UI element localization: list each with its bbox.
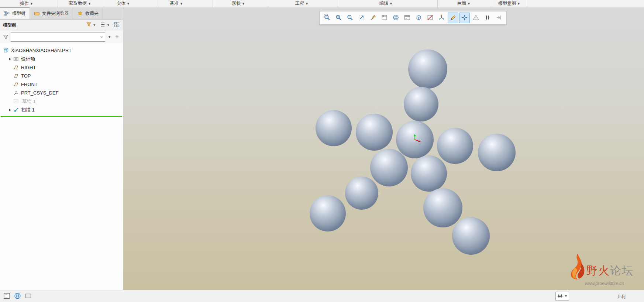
model-sphere[interactable]: [404, 87, 438, 121]
tree-node[interactable]: 草绘 1: [0, 97, 123, 106]
model-sphere[interactable]: [310, 195, 346, 231]
model-sphere[interactable]: [370, 149, 408, 186]
ribbon-menu-label: 编辑: [379, 0, 388, 7]
clear-search-icon[interactable]: ×: [98, 34, 105, 40]
chevron-down-icon: ▼: [107, 23, 110, 27]
tree-node-label: TOP: [21, 73, 31, 79]
search-options-dropdown[interactable]: ▼: [107, 35, 112, 39]
tree-node-label: XIAOSHANXIAOSHAN.PRT: [11, 48, 72, 53]
tab-model-tree[interactable]: 模型树: [0, 7, 30, 19]
zoom-out-icon: [347, 14, 354, 22]
model-sphere[interactable]: [408, 49, 447, 89]
saved-orientations-button[interactable]: [390, 13, 401, 23]
saved-orientations-icon: [392, 14, 399, 22]
add-filter-button[interactable]: +: [114, 34, 120, 40]
view-manager-icon: [404, 14, 411, 22]
model-tree-toggle-button[interactable]: [3, 292, 11, 300]
display-style-icon: [415, 14, 422, 22]
graphics-area[interactable]: 野火论坛 www.proewildfire.cn: [123, 7, 644, 290]
tree-node[interactable]: TOP: [0, 72, 123, 80]
datum-display-filters-button[interactable]: [436, 13, 447, 23]
zoom-region-button[interactable]: [322, 13, 333, 23]
watermark-title-b: 论坛: [610, 264, 634, 277]
sketch-display-icon: [450, 14, 457, 22]
resume-icon: [495, 14, 502, 22]
datum-plane-icon: [13, 64, 19, 71]
find-tool[interactable]: ▼: [555, 292, 569, 301]
tab-folder-browser[interactable]: 文件夹浏览器: [30, 7, 73, 19]
zoom-in-icon: [335, 14, 342, 22]
selection-filter[interactable]: 几何: [617, 294, 626, 300]
ribbon-menu-4[interactable]: 基准▼: [170, 0, 183, 7]
tree-node-label: FRONT: [21, 82, 38, 87]
section-view-button[interactable]: [425, 13, 435, 23]
ribbon-menu-2[interactable]: 获取数据▼: [69, 0, 91, 7]
tree-search-input[interactable]: [11, 33, 98, 41]
pause-icon: [484, 14, 491, 22]
model-sphere[interactable]: [423, 188, 462, 227]
watermark-title: 野火论坛: [586, 263, 634, 278]
tree-settings-button[interactable]: [114, 21, 120, 29]
ribbon-menu-3[interactable]: 实体▼: [117, 0, 130, 7]
section-view-icon: [427, 14, 434, 22]
tree-node[interactable]: 设计项: [0, 55, 123, 63]
model-sphere[interactable]: [437, 128, 473, 164]
feature-insert-indicator[interactable]: [1, 116, 122, 117]
model-sphere[interactable]: [396, 121, 434, 158]
expand-arrow-icon[interactable]: [7, 58, 13, 61]
ribbon-menu-label: 形状: [232, 0, 241, 7]
chevron-down-icon: ▼: [93, 23, 96, 27]
web-browser-button[interactable]: [14, 292, 21, 300]
named-view-button[interactable]: [379, 13, 390, 23]
display-style-button[interactable]: [413, 13, 424, 23]
ribbon-separator: [528, 0, 528, 7]
ribbon-separator: [267, 0, 267, 7]
model-sphere[interactable]: [478, 134, 516, 171]
annotation-display-button[interactable]: [471, 13, 481, 23]
ribbon-menu-5[interactable]: 形状▼: [232, 0, 245, 7]
tree-node[interactable]: RIGHT: [0, 63, 123, 72]
tree-node[interactable]: PRT_CSYS_DEF: [0, 89, 123, 97]
ribbon-menu-8[interactable]: 曲面▼: [457, 0, 471, 7]
model-sphere[interactable]: [411, 155, 447, 192]
watermark-url: www.proewildfire.cn: [585, 281, 624, 286]
window-toggle-button[interactable]: [24, 292, 32, 300]
tree-node[interactable]: FRONT: [0, 80, 123, 89]
sweep-icon: [13, 107, 19, 113]
tree-filters-button[interactable]: ▼: [86, 21, 96, 29]
chevron-down-icon: ▼: [305, 2, 309, 6]
ribbon-menu-1[interactable]: 操作▼: [20, 0, 33, 7]
sketch-display-button[interactable]: [448, 13, 458, 23]
resume-button: [493, 13, 504, 23]
ribbon-separator: [213, 0, 213, 7]
model-sphere[interactable]: [345, 176, 378, 210]
tree-search-box: ×: [11, 32, 105, 42]
named-view-icon: [381, 14, 388, 22]
repaint-button[interactable]: [368, 13, 378, 23]
model-sphere[interactable]: [356, 114, 393, 151]
tree-node[interactable]: 扫描 1: [0, 106, 123, 114]
tree-node[interactable]: XIAOSHANXIAOSHAN.PRT: [0, 46, 123, 55]
annotation-display-icon: [472, 14, 479, 22]
tab-fav-icon: [77, 10, 83, 16]
tab-favorites[interactable]: 收藏夹: [73, 7, 103, 19]
model-sphere[interactable]: [316, 110, 352, 146]
zoom-out-button[interactable]: [345, 13, 355, 23]
ribbon-separator: [491, 0, 491, 7]
window-icon: [24, 292, 32, 300]
view-manager-button[interactable]: [402, 13, 413, 23]
ribbon-menu-7[interactable]: 编辑▼: [379, 0, 393, 7]
spin-center-button[interactable]: [459, 13, 470, 23]
tree-filter-row: × ▼ +: [0, 31, 123, 43]
ribbon-menu-6[interactable]: 工程▼: [295, 0, 309, 7]
tree-columns-button[interactable]: ▼: [100, 21, 110, 29]
part-icon: [3, 47, 9, 54]
model-sphere[interactable]: [452, 217, 490, 255]
expand-arrow-icon[interactable]: [7, 109, 13, 111]
ribbon-menu-9[interactable]: 模型意图▼: [498, 0, 520, 7]
pause-button[interactable]: [482, 13, 493, 23]
tree-node-label: RIGHT: [21, 65, 36, 70]
zoom-in-button[interactable]: [333, 13, 344, 23]
spin-center-icon: [461, 14, 468, 22]
refit-button[interactable]: [356, 13, 367, 23]
